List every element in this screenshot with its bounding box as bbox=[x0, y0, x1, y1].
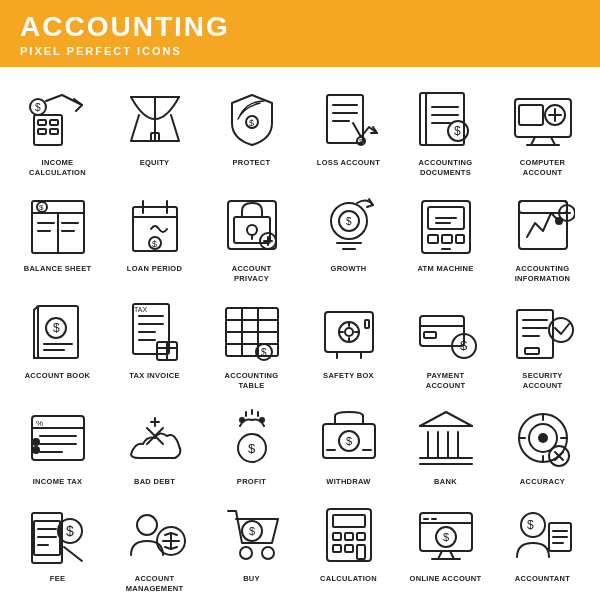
svg-point-137 bbox=[239, 417, 245, 423]
svg-line-188 bbox=[438, 551, 442, 559]
svg-text:$: $ bbox=[39, 203, 44, 212]
svg-text:$: $ bbox=[249, 118, 254, 128]
svg-line-169 bbox=[64, 547, 82, 561]
svg-line-27 bbox=[551, 137, 555, 145]
icon-cell-protect: $ PROTECT bbox=[204, 77, 299, 182]
header-subtitle: PIXEL PERFECT ICONS bbox=[20, 45, 580, 57]
icon-cell-accounting-table: $ ACCOUNTING TABLE bbox=[204, 290, 299, 395]
svg-text:$: $ bbox=[443, 531, 449, 543]
svg-rect-108 bbox=[365, 320, 369, 328]
security-account-label: SECURITY ACCOUNT bbox=[507, 371, 579, 391]
profit-icon: $ bbox=[216, 402, 288, 474]
svg-text:$: $ bbox=[460, 338, 468, 353]
svg-line-189 bbox=[450, 551, 454, 559]
balance-sheet-icon: $ bbox=[22, 189, 94, 261]
balance-sheet-label: BALANCE SHEET bbox=[24, 264, 92, 274]
icon-cell-online-account: $ ONLINE ACCOUNT bbox=[398, 493, 493, 598]
equity-label: EQUITY bbox=[140, 158, 170, 168]
icon-cell-profit: $ PROFIT bbox=[204, 396, 299, 491]
svg-point-127 bbox=[32, 446, 40, 454]
svg-rect-185 bbox=[357, 545, 365, 559]
svg-rect-182 bbox=[357, 533, 365, 540]
svg-text:$: $ bbox=[261, 347, 267, 358]
icon-cell-account-privacy: ACCOUNT PRIVACY bbox=[204, 183, 299, 288]
icon-cell-tax-invoice: TAX TAX INVOICE bbox=[107, 290, 202, 395]
svg-text:$: $ bbox=[248, 441, 256, 456]
atm-machine-icon bbox=[410, 189, 482, 261]
computer-account-label: COMPUTER ACCOUNT bbox=[507, 158, 579, 178]
svg-rect-99 bbox=[325, 312, 373, 352]
buy-icon: $ bbox=[216, 499, 288, 571]
loss-account-label: LOSS ACCOUNT bbox=[317, 158, 380, 168]
svg-point-126 bbox=[32, 438, 40, 446]
bank-label: BANK bbox=[434, 477, 457, 487]
income-tax-icon: % bbox=[22, 402, 94, 474]
icon-cell-bad-debt: BAD DEBT bbox=[107, 396, 202, 491]
svg-text:%: % bbox=[36, 419, 43, 428]
security-account-icon bbox=[507, 296, 579, 368]
protect-label: PROTECT bbox=[233, 158, 271, 168]
icon-cell-accounting-information: ACCOUNTING INFORMATION bbox=[495, 183, 590, 288]
svg-rect-62 bbox=[428, 235, 438, 243]
svg-rect-183 bbox=[333, 545, 341, 552]
svg-rect-114 bbox=[517, 310, 553, 358]
bad-debt-label: BAD DEBT bbox=[134, 477, 175, 487]
svg-text:TAX: TAX bbox=[134, 306, 147, 313]
svg-text:$: $ bbox=[346, 216, 352, 227]
icon-cell-withdraw: $ WITHDRAW bbox=[301, 396, 396, 491]
svg-text:$: $ bbox=[359, 138, 363, 145]
icon-cell-accounting-documents: $ ACCOUNTING DOCUMENTS bbox=[398, 77, 493, 182]
svg-rect-4 bbox=[50, 129, 58, 134]
svg-text:$: $ bbox=[527, 518, 534, 532]
svg-line-26 bbox=[531, 137, 535, 145]
icon-cell-income-tax: % INCOME TAX bbox=[10, 396, 105, 491]
computer-account-icon bbox=[507, 83, 579, 155]
account-privacy-icon bbox=[216, 189, 288, 261]
accounting-information-icon bbox=[507, 189, 579, 261]
account-book-label: ACCOUNT BOOK bbox=[25, 371, 91, 381]
icon-cell-income-calculation: $ INCOME CALCULATION bbox=[10, 77, 105, 182]
svg-text:$: $ bbox=[454, 124, 461, 138]
svg-marker-144 bbox=[420, 412, 472, 426]
bad-debt-icon bbox=[119, 402, 191, 474]
accountant-label: ACCOUNTANT bbox=[515, 574, 570, 584]
equity-icon bbox=[119, 83, 191, 155]
accounting-documents-icon: $ bbox=[410, 83, 482, 155]
icon-cell-payment-account: $ PAYMENT ACCOUNT bbox=[398, 290, 493, 395]
icon-cell-balance-sheet: $ BALANCE SHEET bbox=[10, 183, 105, 288]
icon-cell-safety-box: SAFETY BOX bbox=[301, 290, 396, 395]
svg-text:$: $ bbox=[66, 523, 74, 539]
svg-rect-1 bbox=[38, 120, 46, 125]
income-tax-label: INCOME TAX bbox=[33, 477, 83, 487]
income-calculation-label: INCOME CALCULATION bbox=[22, 158, 94, 178]
svg-point-174 bbox=[240, 547, 252, 559]
icon-cell-growth: $ GROWTH bbox=[301, 183, 396, 288]
svg-point-50 bbox=[247, 225, 257, 235]
safety-box-icon bbox=[313, 296, 385, 368]
svg-rect-180 bbox=[333, 533, 341, 540]
account-book-icon: $ bbox=[22, 296, 94, 368]
icon-cell-security-account: SECURITY ACCOUNT bbox=[495, 290, 590, 395]
atm-machine-label: ATM MACHINE bbox=[417, 264, 473, 274]
icon-cell-loss-account: $ LOSS ACCOUNT bbox=[301, 77, 396, 182]
icon-cell-equity: EQUITY bbox=[107, 77, 202, 182]
svg-rect-32 bbox=[519, 105, 543, 125]
svg-text:$: $ bbox=[346, 435, 352, 447]
svg-rect-179 bbox=[333, 515, 365, 527]
protect-icon: $ bbox=[216, 83, 288, 155]
svg-point-175 bbox=[262, 547, 274, 559]
loan-period-label: LOAN PERIOD bbox=[127, 264, 182, 274]
account-management-icon bbox=[119, 499, 191, 571]
accuracy-icon bbox=[507, 402, 579, 474]
income-calculation-icon: $ bbox=[22, 83, 94, 155]
icon-cell-accountant: $ ACCOUNTANT bbox=[495, 493, 590, 598]
growth-icon: $ bbox=[313, 189, 385, 261]
loan-period-icon: $ bbox=[119, 189, 191, 261]
icon-cell-fee: $ FEE bbox=[10, 493, 105, 598]
svg-rect-60 bbox=[422, 201, 470, 253]
header: ACCOUNTING PIXEL PERFECT ICONS bbox=[0, 0, 600, 67]
svg-text:$: $ bbox=[152, 239, 157, 249]
svg-rect-3 bbox=[38, 129, 46, 134]
icon-cell-bank: BANK bbox=[398, 396, 493, 491]
header-title: ACCOUNTING bbox=[20, 12, 580, 43]
